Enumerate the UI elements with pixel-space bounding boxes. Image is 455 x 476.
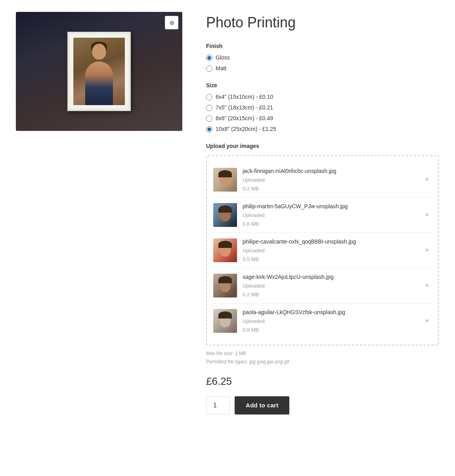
size-option-8x6[interactable]: 8x6" (20x15cm) - £0.49 <box>206 114 439 123</box>
finish-option-gloss[interactable]: Gloss <box>206 54 439 62</box>
product-image-section: ⊕ <box>16 12 182 131</box>
file-status-2: Uploaded <box>243 211 432 219</box>
file-status-1: Uploaded <box>243 176 432 184</box>
file-remove-4[interactable]: × <box>424 281 430 290</box>
photo-frame <box>67 32 131 111</box>
thumb-face-2 <box>220 209 231 221</box>
quantity-input[interactable] <box>206 396 230 415</box>
frame-person-head <box>92 44 106 60</box>
thumb-face-1 <box>220 173 231 186</box>
finish-label-matt[interactable]: Matt <box>216 64 226 73</box>
size-label-8x6[interactable]: 8x6" (20x15cm) - £0.49 <box>216 114 273 123</box>
file-item: sage-kirk-Wx2AjoLtpcU-unsplash.jpg Uploa… <box>213 268 432 303</box>
upload-meta: Max file size: 1 MB Permitted file types… <box>206 349 439 366</box>
file-info-2: philip-martin-5aGUyCW_PJw-unsplash.jpg U… <box>243 202 432 228</box>
file-item: philip-martin-5aGUyCW_PJw-unsplash.jpg U… <box>213 198 432 233</box>
size-option-7x5[interactable]: 7x5" (18x13cm) - £0.21 <box>206 104 439 112</box>
file-remove-2[interactable]: × <box>424 210 430 220</box>
file-item: paola-aguilar-LkQHGSVzfsk-unsplash.jpg U… <box>213 303 432 338</box>
file-name-5: paola-aguilar-LkQHGSVzfsk-unsplash.jpg <box>243 308 432 317</box>
upload-max-size: Max file size: 1 MB <box>206 349 439 357</box>
file-info-3: philipe-cavalcante-oxN_qoqB8BI-unsplash.… <box>243 238 432 263</box>
size-radio-6x4[interactable] <box>206 94 212 100</box>
magnify-button[interactable]: ⊕ <box>165 16 178 29</box>
size-option-group: Size 6x4" (15x10cm) - £0.10 7x5" (18x13c… <box>206 81 439 133</box>
upload-label: Upload your images <box>206 142 439 150</box>
finish-label: Finish <box>206 42 439 50</box>
file-status-3: Uploaded <box>243 247 432 255</box>
file-size-2: 0.6 MB <box>243 220 432 228</box>
frame-inner <box>73 38 125 105</box>
size-label-10x8[interactable]: 10x8" (25x20cm) - £1.25 <box>216 125 276 133</box>
file-thumbnail-4 <box>213 274 237 298</box>
file-remove-1[interactable]: × <box>424 175 430 184</box>
file-remove-5[interactable]: × <box>424 316 430 326</box>
size-label-7x5[interactable]: 7x5" (18x13cm) - £0.21 <box>216 104 273 112</box>
frame-person-body <box>85 61 113 105</box>
finish-radio-gloss[interactable] <box>206 55 212 61</box>
size-radio-8x6[interactable] <box>206 115 212 122</box>
product-image: ⊕ <box>16 12 182 131</box>
size-option-10x8[interactable]: 10x8" (25x20cm) - £1.25 <box>206 125 439 133</box>
finish-radio-matt[interactable] <box>206 65 212 72</box>
thumb-face-4 <box>220 279 231 292</box>
file-item: philipe-cavalcante-oxN_qoqB8BI-unsplash.… <box>213 233 432 268</box>
cart-row: Add to cart <box>206 396 439 415</box>
size-radio-10x8[interactable] <box>206 126 212 132</box>
file-status-4: Uploaded <box>243 282 432 290</box>
file-remove-3[interactable]: × <box>424 246 430 255</box>
page-container: ⊕ Photo Printing Finish Gloss Matt Size … <box>0 0 455 426</box>
file-name-4: sage-kirk-Wx2AjoLtpcU-unsplash.jpg <box>243 273 432 281</box>
file-name-2: philip-martin-5aGUyCW_PJw-unsplash.jpg <box>243 202 432 211</box>
file-status-5: Uploaded <box>243 317 432 325</box>
file-thumbnail-1 <box>213 168 237 192</box>
product-title: Photo Printing <box>206 14 439 31</box>
add-to-cart-button[interactable]: Add to cart <box>235 396 289 415</box>
file-info-4: sage-kirk-Wx2AjoLtpcU-unsplash.jpg Uploa… <box>243 273 432 298</box>
upload-permitted-types: Permitted file types: jpg jpeg jpe png g… <box>206 358 439 366</box>
file-size-1: 0.2 MB <box>243 185 432 193</box>
thumb-face-5 <box>220 315 231 327</box>
magnify-icon: ⊕ <box>169 19 174 27</box>
file-thumbnail-3 <box>213 238 237 262</box>
file-info-1: jack-finnigan-rriAl0nhcbc-unsplash.jpg U… <box>243 167 432 192</box>
file-item: jack-finnigan-rriAl0nhcbc-unsplash.jpg U… <box>213 162 432 198</box>
thumb-face-3 <box>220 244 231 257</box>
finish-option-group: Finish Gloss Matt <box>206 42 439 73</box>
upload-dropzone[interactable]: jack-finnigan-rriAl0nhcbc-unsplash.jpg U… <box>206 155 439 345</box>
file-info-5: paola-aguilar-LkQHGSVzfsk-unsplash.jpg U… <box>243 308 432 334</box>
file-thumbnail-2 <box>213 203 237 227</box>
file-thumbnail-5 <box>213 309 237 333</box>
file-name-3: philipe-cavalcante-oxN_qoqB8BI-unsplash.… <box>243 238 432 246</box>
file-name-1: jack-finnigan-rriAl0nhcbc-unsplash.jpg <box>243 167 432 175</box>
size-option-6x4[interactable]: 6x4" (15x10cm) - £0.10 <box>206 93 439 101</box>
size-radio-7x5[interactable] <box>206 105 212 111</box>
price-display: £6.25 <box>206 374 439 389</box>
file-size-3: 0.5 MB <box>243 255 432 263</box>
size-label: Size <box>206 81 439 90</box>
file-size-4: 0.2 MB <box>243 291 432 299</box>
size-label-6x4[interactable]: 6x4" (15x10cm) - £0.10 <box>216 93 273 101</box>
finish-option-matt[interactable]: Matt <box>206 64 439 73</box>
frame-illustration <box>67 32 131 111</box>
product-details: Photo Printing Finish Gloss Matt Size 6x… <box>206 12 439 415</box>
finish-label-gloss[interactable]: Gloss <box>216 54 230 62</box>
file-size-5: 0.8 MB <box>243 326 432 334</box>
upload-section: Upload your images jack-finnigan-rriAl0n… <box>206 142 439 366</box>
